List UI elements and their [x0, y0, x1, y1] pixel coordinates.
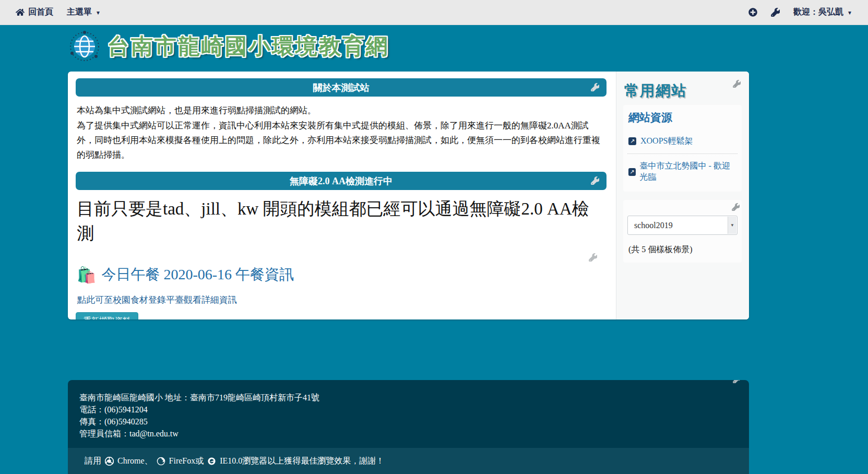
wrench-icon[interactable]	[591, 83, 599, 91]
lunch-title-link[interactable]: 🛍️ 今日午餐 2020-06-16 午餐資訊	[77, 265, 607, 285]
lunch-block-tools	[76, 253, 607, 262]
theme-count-note: (共 5 個樣板佈景)	[627, 244, 738, 255]
theme-select-value: school2019	[634, 221, 673, 230]
about-text: 本站為集中式測試網站，也是用來進行弱點掃描測試的網站。 為了提供集中式網站可以正…	[77, 103, 604, 162]
wrench-icon[interactable]	[732, 203, 740, 211]
links-section-title: 網站資源	[628, 110, 738, 125]
external-link-icon: ↗	[628, 137, 636, 145]
theme-selector-panel: school2019 ▼ (共 5 個樣板佈景)	[623, 200, 742, 263]
dotted-divider	[627, 153, 738, 154]
a11y-block-header: 無障礙2.0 AA檢測進行中	[76, 172, 607, 190]
theme-select[interactable]: school2019 ▼	[627, 216, 738, 235]
footer-fax: 傳真：(06)5940285	[79, 416, 749, 428]
about-paragraph-1: 本站為集中式測試網站，也是用來進行弱點掃描測試的網站。	[77, 103, 604, 118]
wrench-icon[interactable]	[591, 176, 599, 185]
select-dropdown-arrow-icon: ▼	[728, 217, 736, 234]
wrench-icon[interactable]	[589, 253, 597, 262]
sidebar-link-label: XOOPS輕鬆架	[640, 136, 693, 147]
sidebar-block-title: 常用網站	[623, 77, 742, 103]
sidebar-link-beishi[interactable]: ↗ 臺中市立北勢國中 - 歡迎光臨	[627, 157, 738, 186]
refresh-data-button[interactable]: 重新擷取資料	[76, 312, 138, 319]
sidebar-head: 常用網站	[623, 77, 742, 103]
plus-circle-icon	[748, 8, 757, 17]
lunch-title-label: 今日午餐 2020-06-16 午餐資訊	[101, 265, 294, 285]
site-links-panel: 網站資源 ↗ XOOPS輕鬆架 ↗ 臺中市立北勢國中 - 歡迎光臨	[623, 105, 742, 192]
footer: 臺南市龍崎區龍崎國小 地址：臺南市719龍崎區崎頂村新市子41號 電話：(06)…	[68, 380, 749, 474]
footer-contact-info: 臺南市龍崎區龍崎國小 地址：臺南市719龍崎區崎頂村新市子41號 電話：(06)…	[68, 380, 749, 440]
content-container: 關於本測試站 本站為集中式測試網站，也是用來進行弱點掃描測試的網站。 為了提供集…	[68, 72, 749, 319]
home-icon	[16, 8, 25, 16]
ie-icon	[207, 457, 216, 466]
wrench-icon	[771, 8, 780, 17]
footer-phone: 電話：(06)5941204	[79, 404, 749, 416]
footer-admin-email: 管理員信箱：tad@tn.edu.tw	[79, 428, 749, 440]
caret-down-icon: ▼	[847, 10, 852, 16]
about-paragraph-2: 為了提供集中式網站可以正常運作，資訊中心利用本站來安裝所有集中式提供的模組、佈景…	[77, 118, 604, 162]
main-column: 關於本測試站 本站為集中式測試網站，也是用來進行弱點掃描測試的網站。 為了提供集…	[68, 72, 616, 319]
nav-main-menu-label: 主選單	[67, 7, 92, 18]
add-button[interactable]	[748, 8, 757, 17]
browser-notice-prefix: 請用	[85, 456, 101, 467]
nav-main-menu[interactable]: 主選單 ▼	[67, 7, 101, 18]
footer-tools	[733, 380, 741, 383]
sidebar-link-label: 臺中市立北勢國中 - 歡迎光臨	[640, 161, 736, 183]
sidebar-link-xoops[interactable]: ↗ XOOPS輕鬆架	[627, 132, 738, 150]
wrench-icon[interactable]	[733, 80, 741, 88]
chrome-icon	[105, 457, 114, 466]
sidebar: 常用網站 網站資源 ↗ XOOPS輕鬆架 ↗ 臺中市立北勢國中 - 歡迎光臨 s…	[616, 72, 749, 319]
nav-home-label: 回首頁	[28, 7, 53, 18]
a11y-block-title: 無障礙2.0 AA檢測進行中	[76, 175, 607, 187]
browser-firefox-label: FireFox或	[169, 456, 204, 467]
browser-ie-label: IE10.0瀏覽器以上獲得最佳瀏覽效果，謝謝！	[220, 456, 384, 467]
page-title: 台南市龍崎國小環境教育網	[108, 32, 389, 61]
browser-chrome-label: Chrome、	[117, 456, 153, 467]
top-navbar: 回首頁 主選單 ▼ 歡迎：吳弘凱 ▼	[0, 0, 868, 25]
about-block-title: 關於本測試站	[76, 81, 607, 94]
external-link-icon: ↗	[628, 168, 636, 176]
footer-address: 臺南市龍崎區龍崎國小 地址：臺南市719龍崎區崎頂村新市子41號	[79, 392, 749, 404]
a11y-statement: 目前只要是tad、jill、kw 開頭的模組都已經可以通過無障礙2.0 AA檢測	[77, 197, 605, 246]
admin-tools-button[interactable]	[771, 8, 780, 17]
about-block-header: 關於本測試站	[76, 78, 607, 97]
nav-home[interactable]: 回首頁	[16, 7, 53, 18]
shopping-bag-icon: 🛍️	[77, 266, 96, 284]
wrench-icon[interactable]	[733, 380, 741, 383]
lunch-detail-link[interactable]: 點此可至校園食材登錄平臺觀看詳細資訊	[77, 294, 237, 306]
caret-down-icon: ▼	[96, 10, 101, 16]
footer-browser-notice-bar: 請用 Chrome、 FireFox或 IE10.0瀏覽器以上獲得最佳瀏覽效果，…	[68, 448, 749, 474]
user-welcome-label: 歡迎：吳弘凱	[793, 7, 843, 18]
user-menu[interactable]: 歡迎：吳弘凱 ▼	[793, 7, 852, 18]
firefox-icon	[157, 457, 165, 466]
site-brand[interactable]: 台南市龍崎國小環境教育網	[69, 30, 389, 63]
globe-logo-icon	[69, 30, 100, 63]
